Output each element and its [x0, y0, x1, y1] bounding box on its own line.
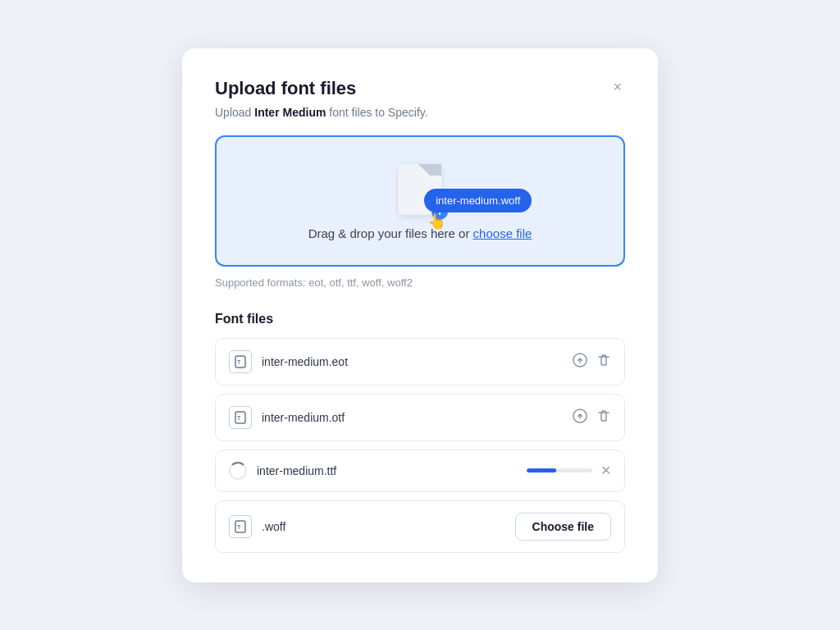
file-actions: [572, 352, 611, 371]
subtitle-prefix: Upload: [215, 106, 254, 119]
file-name: inter-medium.ttf: [257, 464, 429, 477]
progress-wrapper: ✕: [439, 463, 611, 478]
file-actions: [572, 408, 611, 427]
delete-icon[interactable]: [596, 409, 611, 426]
upload-spinner: [229, 462, 247, 480]
choose-file-link[interactable]: choose file: [473, 226, 532, 240]
supported-formats: Supported formats: eot, otf, ttf, woff, …: [215, 276, 625, 289]
close-button[interactable]: ×: [609, 78, 625, 96]
progress-bar: [527, 468, 592, 472]
file-name: inter-medium.otf: [262, 411, 562, 424]
dropzone-text: Drag & drop your files here or choose fi…: [308, 226, 532, 240]
file-type-icon: T: [229, 350, 252, 373]
file-row: inter-medium.ttf ✕: [215, 450, 625, 492]
upload-icon[interactable]: [572, 352, 588, 371]
file-type-icon: T: [229, 515, 252, 538]
dialog-header: Upload font files ×: [215, 78, 625, 99]
file-row: T inter-medium.eot: [215, 338, 625, 386]
file-name: .woff: [262, 520, 505, 533]
delete-icon[interactable]: [596, 353, 611, 370]
file-row: T .woff Choose file: [215, 500, 625, 553]
svg-text:T: T: [237, 524, 241, 530]
cancel-icon[interactable]: ✕: [600, 463, 611, 478]
dialog-subtitle: Upload Inter Medium font files to Specif…: [215, 106, 625, 119]
svg-text:T: T: [237, 359, 241, 365]
dialog-title: Upload font files: [215, 78, 356, 99]
upload-icon[interactable]: [572, 408, 588, 427]
plus-badge: +: [431, 203, 448, 220]
file-name: inter-medium.eot: [262, 355, 562, 368]
subtitle-suffix: font files to Specify.: [326, 106, 427, 119]
tooltip-text: inter-medium.woff: [436, 194, 520, 207]
file-list: T inter-medium.eot: [215, 338, 625, 553]
file-actions: Choose file: [515, 513, 611, 541]
file-type-icon: T: [229, 406, 252, 429]
dropzone[interactable]: + inter-medium.woff 👆 Drag & drop your f…: [215, 135, 625, 267]
file-icon-wrapper: + inter-medium.woff 👆: [399, 164, 441, 215]
svg-text:T: T: [237, 415, 241, 421]
font-files-section: Font files T inter-medium.eot: [215, 312, 625, 553]
subtitle-bold: Inter Medium: [254, 106, 326, 119]
section-title: Font files: [215, 312, 625, 326]
upload-dialog: Upload font files × Upload Inter Medium …: [182, 48, 658, 582]
progress-fill: [527, 468, 556, 472]
file-row: T inter-medium.otf: [215, 394, 625, 441]
choose-file-button[interactable]: Choose file: [515, 513, 611, 541]
dropzone-prefix: Drag & drop your files here or: [308, 226, 473, 240]
